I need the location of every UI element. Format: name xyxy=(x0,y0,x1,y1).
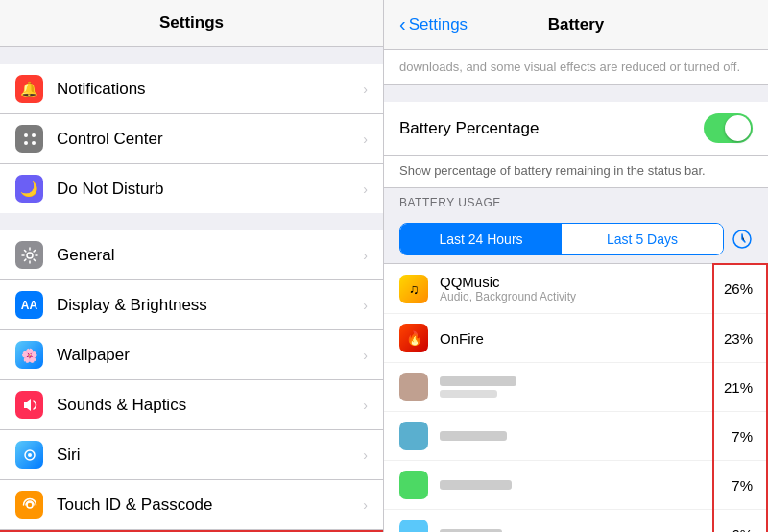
touch-id-icon xyxy=(15,491,43,519)
settings-list: 🔔 Notifications › Control Center › xyxy=(0,47,383,532)
qqmusic-percent: 26% xyxy=(714,280,753,297)
back-label: Settings xyxy=(409,15,468,35)
left-header: Settings xyxy=(0,0,383,47)
chevron-icon: › xyxy=(363,82,368,97)
sounds-icon xyxy=(15,391,43,419)
time-tabs: Last 24 Hours Last 5 Days xyxy=(399,223,724,255)
display-icon: AA xyxy=(15,291,43,319)
qqmusic-name: QQMusic xyxy=(440,274,714,290)
qqmusic-sub: Audio, Background Activity xyxy=(440,290,714,303)
notifications-icon: 🔔 xyxy=(15,75,43,103)
chevron-icon: › xyxy=(363,447,368,463)
blurred-name xyxy=(440,480,512,490)
blurred-app-icon xyxy=(399,373,428,401)
battery-percentage-toggle[interactable] xyxy=(704,113,753,143)
settings-left-panel: Settings 🔔 Notifications › xyxy=(0,0,384,532)
tab-last-5-days[interactable]: Last 5 Days xyxy=(562,224,723,254)
sidebar-item-sounds[interactable]: Sounds & Haptics › xyxy=(0,380,383,430)
list-item: 7% xyxy=(384,412,768,461)
chevron-icon: › xyxy=(363,248,368,263)
siri-label: Siri xyxy=(57,446,363,465)
left-title: Settings xyxy=(159,13,224,32)
blurred-app-icon xyxy=(399,422,428,450)
list-item: 7% xyxy=(384,461,768,510)
onfire-icon: 🔥 xyxy=(399,324,428,352)
svg-point-1 xyxy=(32,133,36,137)
app5-percent: 7% xyxy=(714,477,753,494)
blurred-app-info xyxy=(440,376,714,398)
sidebar-item-touch-id[interactable]: Touch ID & Passcode › xyxy=(0,480,383,530)
list-item: 🔥 OnFire 23% xyxy=(384,314,768,363)
blurred-app-info xyxy=(440,431,714,441)
onfire-name: OnFire xyxy=(440,330,714,347)
battery-percentage-label: Battery Percentage xyxy=(399,119,704,138)
svg-point-0 xyxy=(24,133,28,137)
tabs-row: Last 24 Hours Last 5 Days xyxy=(399,223,753,255)
blurred-sub xyxy=(440,390,497,398)
wallpaper-label: Wallpaper xyxy=(57,346,363,365)
chevron-icon: › xyxy=(363,132,368,147)
svg-point-7 xyxy=(27,502,33,508)
chevron-icon: › xyxy=(363,348,368,363)
chevron-icon: › xyxy=(363,298,368,313)
control-center-icon xyxy=(15,125,43,153)
blurred-app-info xyxy=(440,480,714,490)
chevron-icon: › xyxy=(363,398,368,413)
svg-point-4 xyxy=(27,253,33,258)
onfire-info: OnFire xyxy=(440,330,714,347)
qqmusic-info: QQMusic Audio, Background Activity xyxy=(440,274,714,303)
sounds-label: Sounds & Haptics xyxy=(57,396,363,415)
chevron-icon: › xyxy=(363,181,368,197)
app3-percent: 21% xyxy=(714,379,753,396)
right-header: ‹ Settings Battery xyxy=(384,0,768,50)
sidebar-item-general[interactable]: General › xyxy=(0,230,383,280)
svg-point-3 xyxy=(32,141,36,145)
list-item: ♫ QQMusic Audio, Background Activity 26% xyxy=(384,264,768,314)
onfire-percent: 23% xyxy=(714,330,753,347)
wallpaper-icon: 🌸 xyxy=(15,341,43,369)
blurred-name xyxy=(440,431,507,441)
blurred-app-icon xyxy=(399,520,428,532)
general-label: General xyxy=(57,246,363,265)
sidebar-item-do-not-disturb[interactable]: 🌙 Do Not Disturb › xyxy=(0,164,383,213)
blurred-name xyxy=(440,376,516,386)
app6-percent: 6% xyxy=(714,526,753,533)
battery-percentage-row: Battery Percentage xyxy=(384,102,768,156)
display-label: Display & Brightness xyxy=(57,296,363,315)
notifications-label: Notifications xyxy=(57,80,363,99)
usage-list: ♫ QQMusic Audio, Background Activity 26%… xyxy=(384,263,768,532)
chevron-icon: › xyxy=(363,497,368,513)
siri-icon xyxy=(15,441,43,469)
sidebar-item-notifications[interactable]: 🔔 Notifications › xyxy=(0,64,383,114)
clock-button[interactable] xyxy=(732,229,753,250)
settings-group-1: 🔔 Notifications › Control Center › xyxy=(0,64,383,213)
battery-detail-panel: ‹ Settings Battery downloads, and some v… xyxy=(384,0,768,532)
settings-group-2: General › AA Display & Brightness › 🌸 Wa… xyxy=(0,230,383,532)
touch-id-label: Touch ID & Passcode xyxy=(57,496,363,515)
tab-last-24-hours[interactable]: Last 24 Hours xyxy=(400,224,562,254)
svg-point-2 xyxy=(24,141,28,145)
control-center-label: Control Center xyxy=(57,130,363,149)
svg-point-6 xyxy=(28,453,32,457)
do-not-disturb-icon: 🌙 xyxy=(15,175,43,203)
list-item: 6% xyxy=(384,510,768,532)
blurred-app-icon xyxy=(399,471,428,499)
top-note: downloads, and some visual effects are r… xyxy=(384,50,768,85)
qqmusic-icon: ♫ xyxy=(399,275,428,303)
sidebar-item-wallpaper[interactable]: 🌸 Wallpaper › xyxy=(0,330,383,380)
back-button[interactable]: ‹ Settings xyxy=(399,13,468,36)
right-title: Battery xyxy=(548,15,605,35)
battery-usage-header: BATTERY USAGE xyxy=(384,188,768,215)
back-chevron-icon: ‹ xyxy=(399,13,406,36)
battery-percentage-note: Show percentage of battery remaining in … xyxy=(384,156,768,188)
do-not-disturb-label: Do Not Disturb xyxy=(57,180,363,199)
list-item: 21% xyxy=(384,363,768,412)
sidebar-item-control-center[interactable]: Control Center › xyxy=(0,114,383,164)
general-icon xyxy=(15,241,43,269)
usage-list-container: ♫ QQMusic Audio, Background Activity 26%… xyxy=(384,263,768,532)
sidebar-item-display-brightness[interactable]: AA Display & Brightness › xyxy=(0,280,383,330)
toggle-knob xyxy=(725,115,751,141)
sidebar-item-siri[interactable]: Siri › xyxy=(0,430,383,480)
app4-percent: 7% xyxy=(714,428,753,445)
right-content: downloads, and some visual effects are r… xyxy=(384,50,768,532)
